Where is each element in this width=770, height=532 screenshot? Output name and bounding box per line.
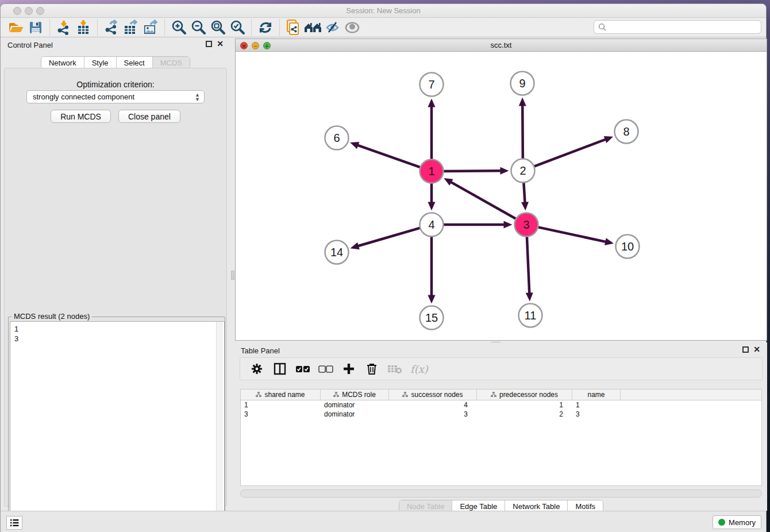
table-settings-icon[interactable] (249, 361, 264, 376)
node-label-15: 15 (425, 311, 438, 324)
control-panel-title: Control Panel (7, 41, 53, 49)
zoom-selected-icon[interactable] (228, 19, 247, 36)
column-header-successor-nodes[interactable]: successor nodes (389, 390, 477, 400)
open-session-icon[interactable] (6, 19, 26, 36)
mcds-result-group: MCDS result (2 nodes) 1 3 (8, 317, 225, 532)
show-all-nodes-edges-icon[interactable] (303, 19, 323, 36)
memory-button[interactable]: Memory (713, 515, 761, 529)
zoom-out-icon[interactable] (188, 19, 208, 36)
task-history-button[interactable] (6, 516, 22, 530)
criterion-select[interactable]: strongly connected component ▲▼ (26, 90, 205, 103)
control-panel: Control Panel ✕ NetworkStyleSelectMCDS O… (1, 37, 230, 511)
column-header-shared-name[interactable]: shared name (241, 390, 321, 400)
table-panel: Table Panel ✕ (235, 342, 767, 511)
node-label-7: 7 (428, 78, 434, 91)
cell-predecessor-nodes[interactable]: 1 (477, 400, 572, 410)
table-row[interactable]: 1dominator411 (241, 400, 761, 410)
sort-hierarchy-icon (491, 392, 496, 398)
arrowhead-icon (521, 202, 529, 210)
column-header-name[interactable]: name (572, 390, 621, 400)
result-scrollbar[interactable] (216, 322, 223, 532)
new-network-from-selection-icon[interactable] (284, 19, 303, 36)
cell-predecessor-nodes[interactable]: 2 (477, 410, 572, 419)
sort-hierarchy-icon (402, 392, 408, 398)
table-panel-header: Table Panel ✕ (235, 342, 767, 357)
column-header-predecessor-nodes[interactable]: predecessor nodes (477, 390, 572, 400)
float-panel-icon[interactable] (206, 41, 212, 47)
apply-layout-icon[interactable] (256, 19, 275, 36)
arrowhead-icon (350, 142, 359, 149)
tab-network-table[interactable]: Network Table (505, 500, 567, 512)
edge-3-11[interactable] (527, 236, 529, 294)
node-table-body: 1dominator4113dominator323 (241, 400, 761, 419)
mcds-result-textarea[interactable]: 1 3 (10, 321, 225, 532)
hide-selected-icon[interactable] (323, 19, 342, 36)
tab-motifs[interactable]: Motifs (567, 500, 603, 512)
mcds-panel: Optimization criterion: strongly connect… (4, 68, 227, 507)
node-label-11: 11 (525, 309, 537, 322)
splitter-handle-vertical[interactable] (231, 271, 234, 280)
main-toolbar (1, 18, 766, 37)
edge-1-6[interactable] (357, 145, 421, 167)
network-canvas[interactable]: 7968124314101511 (236, 52, 767, 340)
float-table-panel-icon[interactable] (742, 346, 749, 353)
tab-edge-table[interactable]: Edge Table (452, 500, 505, 512)
edge-3-10[interactable] (537, 227, 606, 242)
cell-successor-nodes[interactable]: 4 (389, 400, 477, 410)
arrowhead-icon (605, 238, 614, 245)
column-header-MCDS-role[interactable]: MCDS role (321, 390, 389, 400)
status-bar: Memory (1, 511, 766, 532)
delete-column-icon[interactable] (364, 361, 379, 376)
tab-select[interactable]: Select (116, 57, 152, 68)
run-mcds-button[interactable]: Run MCDS (51, 110, 111, 123)
close-panel-button[interactable]: Close panel (118, 110, 180, 123)
edge-2-9[interactable] (522, 105, 523, 159)
cell-name[interactable]: 1 (572, 400, 621, 410)
table-panel-title: Table Panel (241, 346, 280, 355)
cell-MCDS-role[interactable]: dominator (321, 410, 389, 419)
export-table-icon[interactable] (121, 19, 141, 36)
show-graphics-details-icon[interactable] (342, 19, 362, 36)
toolbar-separator (164, 20, 165, 36)
select-all-columns-icon[interactable] (295, 361, 310, 376)
add-column-icon[interactable] (341, 361, 356, 376)
close-panel-icon[interactable]: ✕ (217, 41, 224, 47)
close-table-panel-icon[interactable]: ✕ (753, 346, 760, 353)
cell-successor-nodes[interactable]: 3 (389, 410, 477, 419)
function-builder-icon: f(x) (410, 361, 428, 376)
node-label-8: 8 (623, 125, 629, 138)
arrowhead-icon (526, 292, 533, 301)
tab-mcds[interactable]: MCDS (152, 57, 190, 68)
table-row[interactable]: 3dominator323 (241, 410, 761, 419)
zoom-in-icon[interactable] (169, 19, 188, 36)
save-session-icon[interactable] (26, 19, 45, 36)
import-network-icon[interactable] (54, 19, 74, 36)
edge-4-14[interactable] (357, 228, 421, 246)
table-horizontal-scrollbar[interactable] (240, 489, 762, 498)
zoom-fit-icon[interactable] (208, 19, 228, 36)
export-network-icon[interactable] (102, 19, 121, 36)
show-column-icon[interactable] (272, 361, 287, 376)
cell-MCDS-role[interactable]: dominator (321, 400, 389, 410)
node-table-header: shared nameMCDS rolesuccessor nodesprede… (241, 390, 761, 400)
arrowhead-icon (428, 99, 436, 107)
cell-shared-name[interactable]: 1 (241, 400, 321, 410)
import-table-icon[interactable] (74, 19, 93, 36)
table-toolbar: f(x) (240, 357, 763, 380)
tab-style[interactable]: Style (84, 57, 116, 68)
toolbar-separator (279, 20, 280, 36)
cell-name[interactable]: 3 (572, 410, 621, 419)
search-input[interactable] (594, 20, 761, 34)
cell-shared-name[interactable]: 3 (241, 410, 321, 419)
node-label-2: 2 (519, 164, 526, 177)
export-image-icon[interactable] (141, 19, 160, 36)
edge-3-1[interactable] (451, 182, 517, 219)
edge-2-3[interactable] (523, 182, 525, 203)
unselect-all-columns-icon[interactable] (318, 361, 333, 376)
edge-2-8[interactable] (533, 139, 606, 167)
edge-1-2[interactable] (442, 171, 501, 171)
tab-node-table[interactable]: Node Table (399, 500, 452, 512)
window-title: Session: New Session (1, 6, 766, 15)
tab-network[interactable]: Network (41, 57, 84, 68)
node-table: shared nameMCDS rolesuccessor nodesprede… (240, 389, 762, 486)
